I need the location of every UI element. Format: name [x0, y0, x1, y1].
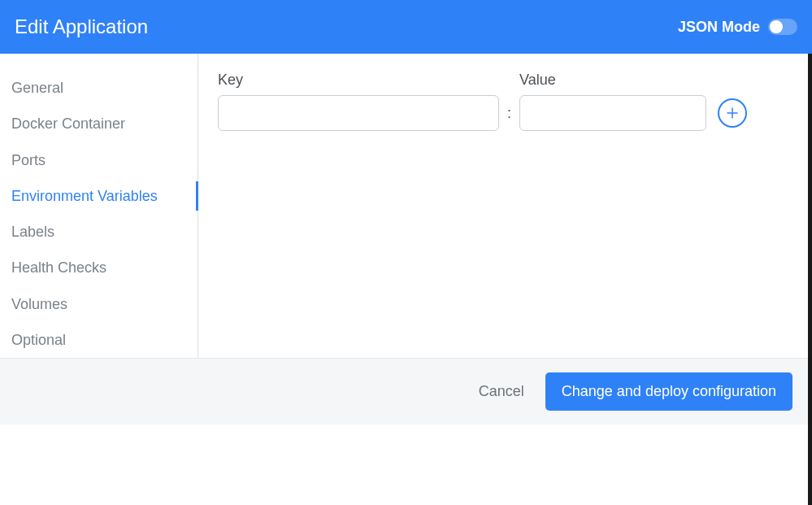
- sidebar-item-label: Docker Container: [11, 115, 125, 132]
- sidebar-nav: General Docker Container Ports Environme…: [0, 54, 198, 358]
- cancel-button[interactable]: Cancel: [475, 375, 528, 408]
- right-edge-shadow: [808, 54, 812, 505]
- key-column: Key: [218, 72, 499, 131]
- sidebar-item-labels[interactable]: Labels: [0, 214, 198, 250]
- key-label: Key: [218, 72, 499, 89]
- sidebar-item-label: Labels: [11, 224, 54, 240]
- key-input[interactable]: [218, 95, 499, 131]
- json-mode-label: JSON Mode: [678, 19, 760, 36]
- sidebar-item-label: Ports: [11, 152, 46, 168]
- sidebar-item-general[interactable]: General: [0, 70, 198, 106]
- json-mode-toggle[interactable]: [768, 19, 797, 35]
- json-mode-control: JSON Mode: [678, 19, 797, 36]
- sidebar-item-label: General: [11, 80, 63, 96]
- kv-separator: :: [507, 105, 511, 131]
- value-input[interactable]: [519, 95, 706, 131]
- sidebar-item-label: Optional: [11, 332, 66, 348]
- sidebar-item-ports[interactable]: Ports: [0, 142, 198, 178]
- add-row-button[interactable]: [718, 98, 747, 128]
- env-var-row: Key : Value: [218, 72, 789, 131]
- toggle-knob: [770, 20, 783, 33]
- dialog-footer: Cancel Change and deploy configuration: [0, 358, 812, 424]
- sidebar-item-health-checks[interactable]: Health Checks: [0, 250, 198, 285]
- sidebar-item-docker-container[interactable]: Docker Container: [0, 106, 198, 141]
- dialog-header: Edit Application JSON Mode: [0, 0, 812, 54]
- sidebar-item-environment-variables[interactable]: Environment Variables: [0, 178, 198, 214]
- dialog-body: General Docker Container Ports Environme…: [0, 54, 812, 358]
- plus-icon: [725, 106, 740, 120]
- sidebar-item-volumes[interactable]: Volumes: [0, 286, 198, 322]
- sidebar-item-label: Health Checks: [11, 259, 106, 276]
- sidebar-item-optional[interactable]: Optional: [0, 322, 198, 358]
- value-column: Value: [519, 72, 706, 131]
- sidebar-item-label: Environment Variables: [11, 188, 158, 204]
- dialog-title: Edit Application: [15, 15, 148, 38]
- submit-button[interactable]: Change and deploy configuration: [545, 372, 792, 411]
- sidebar-item-label: Volumes: [11, 296, 67, 312]
- value-label: Value: [519, 72, 706, 89]
- main-panel: Key : Value: [198, 54, 812, 358]
